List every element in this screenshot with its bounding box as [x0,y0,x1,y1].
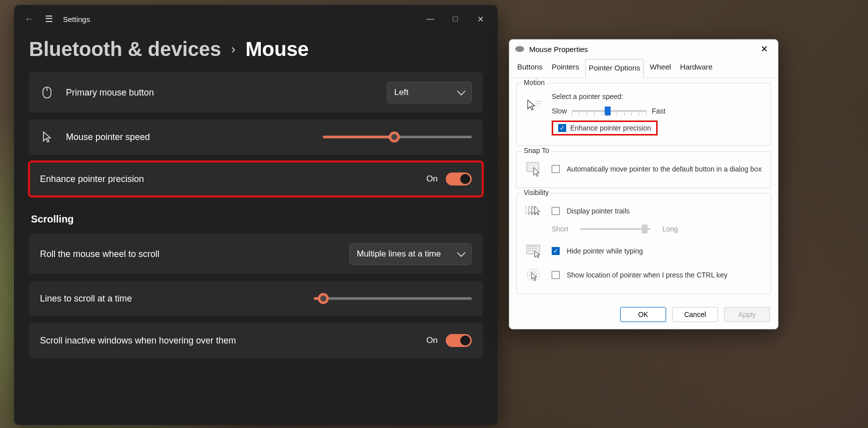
apply-button[interactable]: Apply [724,307,770,322]
breadcrumb-current: Mouse [245,38,309,60]
inactive-scroll-row: Scroll inactive windows when hovering ov… [29,323,483,358]
pointer-speed-slider-dialog[interactable] [572,104,647,118]
settings-panel: Primary mouse button Left Mouse pointer … [14,72,498,358]
enhance-precision-state: On [426,174,438,184]
lines-scroll-slider[interactable] [314,292,472,304]
tab-buttons[interactable]: Buttons [514,58,546,78]
enhance-precision-highlight: Enhance pointer precision [552,120,658,136]
short-label: Short [552,225,568,233]
cancel-button[interactable]: Cancel [672,307,718,322]
mouse-icon [40,86,54,99]
wheel-scroll-value: Multiple lines at a time [357,249,441,259]
hide-typing-label: Hide pointer while typing [567,247,643,255]
ctrl-locate-label: Show location of pointer when I press th… [567,271,728,279]
minimize-button[interactable]: — [418,9,443,29]
speed-label: Select a pointer speed: [552,92,764,100]
lines-scroll-label: Lines to scroll at a time [40,294,132,304]
pointer-speed-slider[interactable] [323,131,472,143]
hide-typing-icon [524,242,545,260]
pointer-speed-row: Mouse pointer speed [29,120,483,154]
trails-checkbox[interactable] [552,207,560,215]
lines-scroll-row: Lines to scroll at a time [29,281,483,316]
app-title: Settings [63,15,90,24]
snapto-label: Automatically move pointer to the defaul… [567,165,764,173]
trails-slider [580,222,650,236]
cursor-icon [40,131,54,143]
back-button[interactable]: ← [19,14,39,24]
mouse-properties-dialog: Mouse Properties ✕ Buttons Pointers Poin… [509,39,779,330]
tab-hardware[interactable]: Hardware [677,58,716,78]
wheel-scroll-row: Roll the mouse wheel to scroll Multiple … [29,234,483,274]
breadcrumb: Bluetooth & devices › Mouse [14,33,498,72]
close-button[interactable]: ✕ [468,9,493,29]
motion-legend: Motion [522,78,547,86]
maximize-button[interactable]: □ [443,9,468,29]
breadcrumb-parent[interactable]: Bluetooth & devices [29,38,221,60]
visibility-group: Visibility Display pointer trails Short … [516,193,771,294]
trails-icon [524,202,545,220]
enhance-precision-checkbox[interactable] [558,124,566,132]
enhance-precision-row: Enhance pointer precision On [29,162,483,196]
hide-typing-checkbox[interactable] [552,247,560,255]
snapto-checkbox[interactable] [552,165,560,173]
ctrl-locate-icon [524,266,545,284]
fast-label: Fast [652,107,665,115]
motion-group: Motion Select a pointer speed: Slow Fas [516,83,771,146]
inactive-scroll-toggle[interactable] [446,334,472,347]
tab-pointer-options[interactable]: Pointer Options [585,59,644,78]
chevron-right-icon: › [231,42,236,57]
mouse-small-icon [515,46,524,52]
dialog-buttons: OK Cancel Apply [509,302,778,322]
snapto-legend: Snap To [522,146,551,154]
primary-button-dropdown[interactable]: Left [387,82,472,104]
dialog-title: Mouse Properties [529,45,588,54]
visibility-legend: Visibility [522,188,551,196]
settings-window: ← ☰ Settings — □ ✕ Bluetooth & devices ›… [14,5,498,425]
inactive-scroll-state: On [426,336,438,346]
enhance-precision-label: Enhance pointer precision [40,174,144,184]
svg-rect-5 [527,162,539,172]
snapto-group: Snap To Automatically move pointer to th… [516,151,771,188]
primary-button-label: Primary mouse button [66,88,154,98]
primary-button-value: Left [394,88,408,98]
hamburger-menu[interactable]: ☰ [39,14,59,24]
long-label: Long [662,225,678,233]
primary-mouse-button-row: Primary mouse button Left [29,72,483,112]
motion-cursor-icon [524,96,545,114]
trails-label: Display pointer trails [567,207,630,215]
scrolling-header: Scrolling [31,214,483,225]
inactive-scroll-label: Scroll inactive windows when hovering ov… [40,336,236,346]
enhance-precision-checkbox-label: Enhance pointer precision [570,124,651,132]
pointer-speed-label: Mouse pointer speed [66,132,150,142]
dialog-body: Motion Select a pointer speed: Slow Fas [509,78,778,302]
tab-wheel[interactable]: Wheel [647,58,674,78]
ok-button[interactable]: OK [620,307,666,322]
ctrl-locate-checkbox[interactable] [552,271,560,279]
window-titlebar: ← ☰ Settings — □ ✕ [14,5,498,33]
wheel-scroll-dropdown[interactable]: Multiple lines at a time [349,243,472,265]
dialog-tabs: Buttons Pointers Pointer Options Wheel H… [509,58,778,78]
enhance-precision-toggle[interactable] [446,172,472,186]
wheel-scroll-label: Roll the mouse wheel to scroll [40,249,159,260]
dialog-titlebar: Mouse Properties ✕ [509,40,778,58]
snapto-icon [524,160,545,178]
slow-label: Slow [552,107,567,115]
dialog-close-button[interactable]: ✕ [757,42,772,56]
tab-pointers[interactable]: Pointers [549,58,582,78]
